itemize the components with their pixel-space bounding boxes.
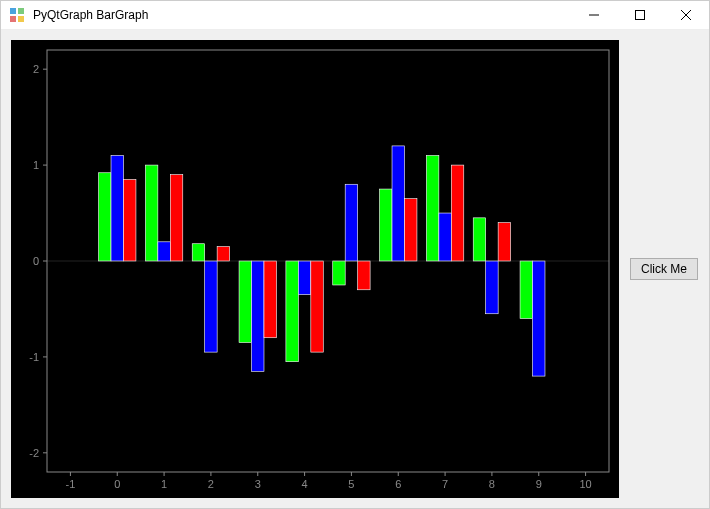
svg-text:2: 2 bbox=[208, 478, 214, 490]
app-icon bbox=[9, 7, 25, 23]
svg-text:3: 3 bbox=[255, 478, 261, 490]
svg-text:1: 1 bbox=[33, 159, 39, 171]
svg-text:4: 4 bbox=[302, 478, 308, 490]
side-panel: Click Me bbox=[629, 258, 699, 280]
close-button[interactable] bbox=[663, 1, 709, 29]
svg-rect-62 bbox=[486, 261, 498, 314]
svg-rect-57 bbox=[252, 261, 264, 371]
svg-rect-64 bbox=[123, 179, 135, 261]
svg-rect-58 bbox=[298, 261, 310, 295]
svg-rect-46 bbox=[192, 244, 204, 261]
svg-text:8: 8 bbox=[489, 478, 495, 490]
svg-rect-0 bbox=[10, 8, 16, 14]
svg-rect-54 bbox=[111, 156, 123, 262]
svg-rect-55 bbox=[158, 242, 170, 261]
svg-rect-3 bbox=[18, 16, 24, 22]
svg-rect-66 bbox=[217, 247, 229, 261]
bar-chart: -2-1012-1012345678910 bbox=[11, 40, 619, 498]
svg-text:10: 10 bbox=[579, 478, 591, 490]
minimize-button[interactable] bbox=[571, 1, 617, 29]
svg-text:0: 0 bbox=[114, 478, 120, 490]
window-title: PyQtGraph BarGraph bbox=[33, 8, 148, 22]
svg-rect-47 bbox=[239, 261, 251, 343]
svg-rect-45 bbox=[145, 165, 157, 261]
svg-rect-63 bbox=[533, 261, 545, 376]
svg-text:0: 0 bbox=[33, 255, 39, 267]
svg-rect-65 bbox=[170, 175, 182, 261]
svg-rect-69 bbox=[358, 261, 370, 290]
svg-rect-56 bbox=[205, 261, 217, 352]
window-controls bbox=[571, 1, 709, 29]
svg-rect-53 bbox=[520, 261, 532, 319]
client-area: -2-1012-1012345678910 Click Me bbox=[1, 30, 709, 508]
maximize-button[interactable] bbox=[617, 1, 663, 29]
svg-text:2: 2 bbox=[33, 63, 39, 75]
svg-text:1: 1 bbox=[161, 478, 167, 490]
click-me-button[interactable]: Click Me bbox=[630, 258, 698, 280]
svg-rect-52 bbox=[473, 218, 485, 261]
svg-rect-59 bbox=[345, 184, 357, 261]
svg-text:-1: -1 bbox=[66, 478, 76, 490]
svg-rect-70 bbox=[404, 199, 416, 261]
svg-rect-60 bbox=[392, 146, 404, 261]
svg-rect-68 bbox=[311, 261, 323, 352]
titlebar: PyQtGraph BarGraph bbox=[1, 1, 709, 30]
svg-text:5: 5 bbox=[348, 478, 354, 490]
svg-text:-2: -2 bbox=[29, 447, 39, 459]
svg-rect-50 bbox=[380, 189, 392, 261]
svg-rect-2 bbox=[10, 16, 16, 22]
svg-text:9: 9 bbox=[536, 478, 542, 490]
svg-rect-49 bbox=[333, 261, 345, 285]
svg-rect-48 bbox=[286, 261, 298, 362]
svg-rect-5 bbox=[636, 11, 645, 20]
svg-rect-51 bbox=[426, 156, 438, 262]
svg-rect-1 bbox=[18, 8, 24, 14]
svg-rect-72 bbox=[498, 223, 510, 261]
app-window: PyQtGraph BarGraph -2-1012-1012345678910… bbox=[0, 0, 710, 509]
svg-text:7: 7 bbox=[442, 478, 448, 490]
svg-rect-71 bbox=[451, 165, 463, 261]
svg-rect-61 bbox=[439, 213, 451, 261]
svg-text:6: 6 bbox=[395, 478, 401, 490]
svg-text:-1: -1 bbox=[29, 351, 39, 363]
svg-rect-67 bbox=[264, 261, 276, 338]
plot-widget[interactable]: -2-1012-1012345678910 bbox=[11, 40, 619, 498]
svg-rect-44 bbox=[99, 173, 111, 261]
